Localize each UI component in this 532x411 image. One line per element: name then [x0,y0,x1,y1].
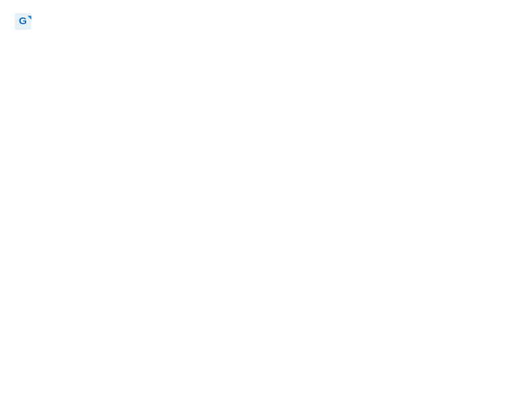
calendar [13,38,519,403]
logo: G [13,12,35,31]
page: G [0,0,532,411]
header: G [13,12,519,31]
logo-icon: G [13,12,32,31]
svg-text:G: G [19,15,27,26]
